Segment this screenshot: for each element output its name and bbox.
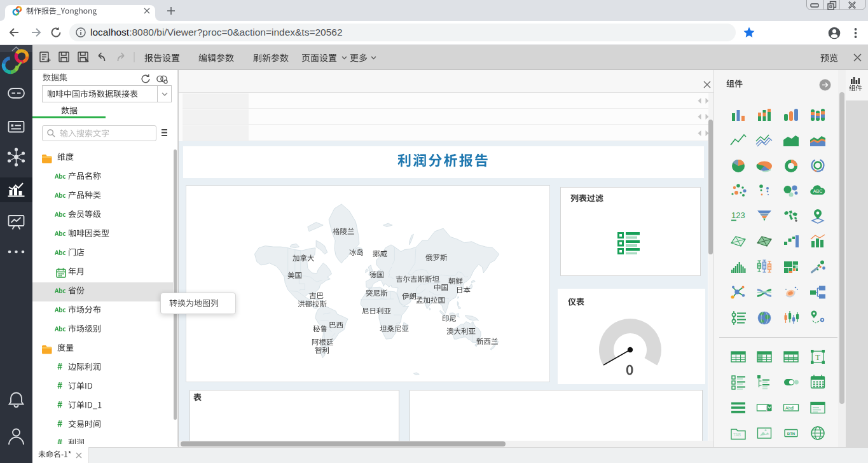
svg-text:BTN: BTN (787, 432, 795, 436)
svg-text:T: T (815, 353, 820, 362)
svg-text:123: 123 (731, 211, 745, 220)
svg-text:ABC: ABC (813, 189, 822, 193)
svg-text:TAB: TAB (733, 432, 741, 437)
svg-text:Abc: Abc (785, 406, 794, 410)
